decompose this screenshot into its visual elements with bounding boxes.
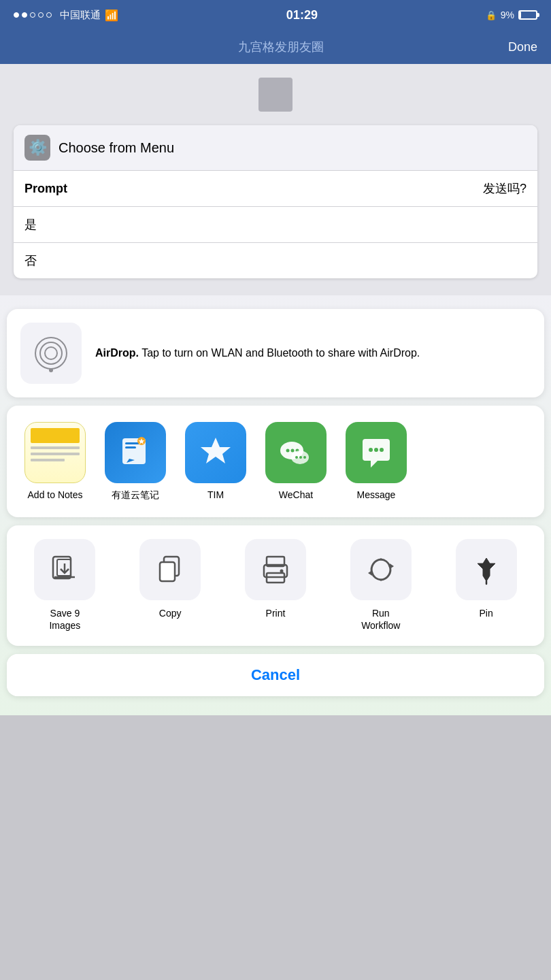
menu-option-yes[interactable]: 是 <box>14 207 537 243</box>
drag-handle <box>258 78 293 112</box>
nav-bar: 九宫格发朋友圈 Done <box>0 30 551 64</box>
save-images-label: Save 9Images <box>49 607 80 632</box>
battery-percent: 9% <box>501 10 514 20</box>
app-tim-label: TIM <box>207 489 224 501</box>
app-wechat-label: WeChat <box>279 489 313 501</box>
nav-title: 九宫格发朋友圈 <box>54 39 508 55</box>
apps-row: Add to Notes 有道云笔记 <box>14 419 537 504</box>
prompt-row: Prompt 发送吗? <box>14 171 537 207</box>
copy-icon-svg <box>154 554 186 585</box>
svg-point-13 <box>303 456 306 459</box>
done-button[interactable]: Done <box>508 40 537 54</box>
action-pin[interactable]: Pin <box>435 539 537 632</box>
copy-icon <box>139 539 201 600</box>
action-copy[interactable]: Copy <box>119 539 222 632</box>
notes-icon <box>24 422 86 483</box>
tim-svg <box>195 432 236 473</box>
airdrop-body: Tap to turn on WLAN and Bluetooth to sha… <box>139 347 420 359</box>
action-print[interactable]: Print <box>224 539 327 632</box>
gear-icon: ⚙️ <box>24 135 50 161</box>
carrier-label: 中国联通 <box>60 9 101 22</box>
airdrop-rings-icon <box>31 333 71 374</box>
print-icon-svg <box>260 554 291 585</box>
apps-section: Add to Notes 有道云笔记 <box>7 406 544 517</box>
save-images-icon <box>34 539 95 600</box>
share-sheet: AirDrop. Tap to turn on WLAN and Bluetoo… <box>0 295 551 715</box>
run-workflow-label: RunWorkflow <box>361 607 400 632</box>
svg-rect-22 <box>160 562 175 581</box>
svg-marker-28 <box>368 570 372 576</box>
menu-card: ⚙️ Choose from Menu Prompt 发送吗? 是 否 <box>14 125 537 278</box>
app-background: ⚙️ Choose from Menu Prompt 发送吗? 是 否 <box>0 64 551 295</box>
workflow-icon <box>350 539 412 600</box>
status-time: 01:29 <box>286 8 318 22</box>
airdrop-description: AirDrop. Tap to turn on WLAN and Bluetoo… <box>95 345 420 361</box>
svg-point-11 <box>295 456 298 459</box>
airdrop-icon <box>20 323 82 384</box>
app-wechat[interactable]: WeChat <box>258 422 333 501</box>
pin-label: Pin <box>479 607 492 619</box>
youdao-icon <box>105 422 166 483</box>
menu-header: ⚙️ Choose from Menu <box>14 125 537 171</box>
svg-point-16 <box>380 448 384 452</box>
message-app-icon <box>346 422 407 483</box>
svg-point-7 <box>286 449 290 453</box>
svg-rect-3 <box>125 446 136 448</box>
pin-icon <box>456 539 517 600</box>
app-notes-label: Add to Notes <box>28 489 83 501</box>
app-message[interactable]: Message <box>339 422 414 501</box>
tim-app-icon <box>185 422 246 483</box>
svg-point-12 <box>299 456 302 459</box>
pin-icon-svg <box>471 554 502 585</box>
lock-icon: 🔒 <box>486 10 497 20</box>
prompt-label: Prompt <box>24 182 67 196</box>
copy-label: Copy <box>159 607 182 619</box>
app-tim[interactable]: TIM <box>178 422 253 501</box>
save-icon-svg <box>49 554 80 585</box>
cancel-section: Cancel <box>7 654 544 696</box>
wechat-svg <box>276 432 316 473</box>
youdao-svg <box>117 434 154 471</box>
status-bar: 中国联通 📶 01:29 🔒 9% <box>0 0 551 30</box>
workflow-icon-svg <box>365 554 397 585</box>
menu-option-no[interactable]: 否 <box>14 243 537 278</box>
wifi-icon: 📶 <box>105 9 118 22</box>
app-youdao[interactable]: 有道云笔记 <box>98 422 173 501</box>
actions-section: Save 9Images Copy <box>7 525 544 645</box>
wechat-app-icon <box>265 422 327 483</box>
airdrop-bold: AirDrop. <box>95 347 139 359</box>
actions-row: Save 9Images Copy <box>14 539 537 632</box>
action-run-workflow[interactable]: RunWorkflow <box>329 539 432 632</box>
print-label: Print <box>266 607 286 619</box>
app-youdao-label: 有道云笔记 <box>112 489 159 501</box>
action-save-images[interactable]: Save 9Images <box>14 539 116 632</box>
airdrop-section[interactable]: AirDrop. Tap to turn on WLAN and Bluetoo… <box>7 309 544 397</box>
cancel-button[interactable]: Cancel <box>7 654 544 696</box>
print-icon <box>245 539 306 600</box>
svg-marker-27 <box>390 564 394 569</box>
app-message-label: Message <box>357 489 396 501</box>
message-svg <box>356 432 397 473</box>
app-add-to-notes[interactable]: Add to Notes <box>18 422 93 501</box>
status-left: 中国联通 📶 <box>14 9 118 22</box>
svg-point-15 <box>374 448 378 452</box>
menu-title: Choose from Menu <box>59 140 174 156</box>
svg-point-8 <box>291 449 295 453</box>
prompt-value: 发送吗? <box>483 180 527 197</box>
signal-dots <box>14 12 52 18</box>
svg-point-14 <box>369 448 373 452</box>
battery-icon <box>518 10 537 20</box>
svg-point-26 <box>280 570 283 573</box>
status-right: 🔒 9% <box>486 10 537 20</box>
